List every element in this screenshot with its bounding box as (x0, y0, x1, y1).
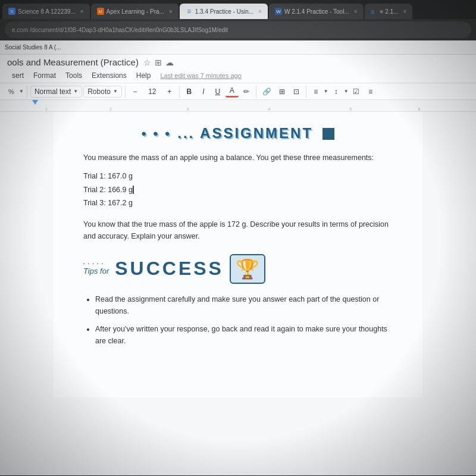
ruler: 1 2 3 4 5 6 (0, 100, 476, 112)
paragraph-1: You measure the mass of an apple using a… (83, 152, 393, 164)
text-cursor (133, 186, 134, 194)
list-button[interactable]: ≡ (364, 86, 377, 97)
tab-word[interactable]: W W 2.1.4 Practice - Tool... × (269, 4, 364, 19)
underline-button[interactable]: U (211, 86, 224, 97)
browser-chrome: S Science 8 A 122239... × M Apex Learnin… (0, 0, 476, 55)
menu-tools[interactable]: Tools (61, 70, 87, 82)
last-edit-text: Last edit was 7 minutes ago (160, 72, 241, 79)
tab-close-extra[interactable]: × (403, 8, 406, 15)
font-color-button[interactable]: A (226, 85, 239, 98)
divider-1 (27, 86, 27, 98)
font-size-increase[interactable]: + (163, 86, 176, 97)
tab-favicon-extra: ≡ (371, 8, 378, 15)
align-arrow-icon: ▼ (324, 89, 328, 94)
ruler-marker-3: 4 (268, 107, 270, 111)
success-banner: Tips for SUCCESS 🏆 (83, 254, 393, 284)
bookmark-bar: Social Studies 8 A (... (0, 40, 476, 55)
tab-apex[interactable]: M Apex Learning - Pra... × (91, 4, 178, 19)
checklist-button[interactable]: ☑ (350, 86, 363, 97)
divider-5 (306, 86, 306, 98)
tab-science[interactable]: S Science 8 A 122239... × (2, 4, 90, 19)
bold-button[interactable]: B (183, 86, 196, 97)
tab-label-science: Science 8 A 122239... (18, 8, 76, 15)
assignment-icon (322, 128, 334, 140)
trophy-icon: 🏆 (230, 254, 265, 284)
image-button[interactable]: ⊞ (275, 86, 289, 97)
font-size-display[interactable]: 12 (143, 87, 162, 96)
formatting-bar: % ▼ Normal text ▼ Roboto ▼ − 12 + B I U … (0, 83, 476, 100)
assignment-header: • • • ... ASSIGNMENT (83, 124, 393, 142)
insert-button[interactable]: ⊡ (290, 86, 303, 97)
ruler-marker-0: 1 (45, 107, 48, 111)
ruler-marker-5: 6 (418, 107, 420, 111)
highlight-button[interactable]: ✏ (240, 86, 253, 97)
ruler-marker-1: 2 (109, 107, 112, 111)
bookmark-item[interactable]: Social Studies 8 A (... (5, 44, 61, 51)
trial-2: Trial 2: 166.9 g (83, 183, 393, 197)
divider-2 (125, 86, 126, 98)
font-size-decrease[interactable]: − (129, 86, 142, 97)
tip-1: Read the assignment carefully and make s… (95, 293, 393, 317)
page-content[interactable]: • • • ... ASSIGNMENT You measure the mas… (54, 112, 422, 397)
paragraph-2: You know that the true mass of the apple… (83, 218, 393, 242)
ruler-inner: 1 2 3 4 5 6 (24, 100, 452, 111)
tab-label-apex: Apex Learning - Pra... (107, 8, 164, 15)
menu-format[interactable]: Format (29, 70, 61, 82)
style-arrow-icon: ▼ (73, 89, 78, 94)
tab-label-extra: ≡ 2.1... (380, 8, 399, 15)
divider-4 (256, 86, 256, 98)
trial-1: Trial 1: 167.0 g (83, 170, 393, 183)
menu-bar: sert Format Tools Extensions Help Last e… (0, 68, 476, 83)
tab-close-word[interactable]: × (354, 8, 358, 15)
zoom-control[interactable]: % (5, 87, 18, 96)
ruler-indicator (32, 100, 38, 105)
trial-3: Trial 3: 167.2 g (83, 196, 393, 210)
address-text: e.com /document/d/1f0B-4Dap3-dH0a1hasCK/… (12, 27, 464, 33)
font-dropdown[interactable]: Roboto ▼ (83, 86, 122, 98)
assignment-title: • • • ... ASSIGNMENT (142, 124, 335, 142)
font-arrow-icon: ▼ (113, 89, 118, 94)
zoom-arrow-icon: ▼ (19, 89, 24, 94)
tab-favicon-word: W (275, 8, 282, 15)
tab-bar: S Science 8 A 122239... × M Apex Learnin… (0, 0, 476, 19)
tab-close-apex[interactable]: × (169, 8, 173, 15)
address-bar[interactable]: e.com /document/d/1f0B-4Dap3-dH0a1hasCK/… (5, 21, 471, 38)
align-button[interactable]: ≡ (309, 86, 322, 97)
divider-3 (179, 86, 180, 98)
tab-favicon-apex: M (97, 8, 104, 15)
tab-practice-active[interactable]: ≡ 1.3.4 Practice - Usin... × (180, 4, 268, 19)
tips-list: Read the assignment carefully and make s… (83, 293, 393, 347)
font-label: Roboto (87, 87, 111, 96)
tab-label-practice: 1.3.4 Practice - Usin... (195, 8, 253, 15)
menu-insert[interactable]: sert (7, 70, 29, 82)
doc-title-icons: ☆ ⊞ ☁ (143, 58, 174, 67)
tab-favicon-practice: ≡ (186, 8, 193, 15)
line-spacing-button[interactable]: ↕ (330, 86, 343, 97)
doc-container: ools and Measurement (Practice) ☆ ⊞ ☁ se… (0, 55, 476, 475)
tab-favicon-science: S (8, 8, 15, 15)
spacing-arrow-icon: ▼ (344, 89, 349, 94)
success-text: SUCCESS (115, 258, 224, 280)
tab-close-practice[interactable]: × (258, 8, 262, 15)
doc-title: ools and Measurement (Practice) (7, 57, 139, 67)
tab-label-word: W 2.1.4 Practice - Tool... (284, 8, 349, 15)
cloud-icon[interactable]: ☁ (165, 58, 174, 67)
doc-title-bar: ools and Measurement (Practice) ☆ ⊞ ☁ (0, 55, 476, 68)
menu-help[interactable]: Help (131, 70, 156, 82)
doc-page: • • • ... ASSIGNMENT You measure the mas… (0, 112, 476, 397)
link-button[interactable]: 🔗 (259, 86, 274, 97)
doc-body[interactable]: You measure the mass of an apple using a… (83, 152, 393, 242)
italic-button[interactable]: I (197, 86, 210, 97)
star-icon[interactable]: ☆ (143, 58, 151, 67)
tips-for-text: Tips for (83, 262, 109, 275)
ruler-marker-4: 5 (349, 107, 352, 111)
tip-2: After you've written your response, go b… (95, 323, 393, 347)
folder-icon[interactable]: ⊞ (155, 58, 162, 67)
menu-extensions[interactable]: Extensions (87, 70, 131, 82)
tab-close-science[interactable]: × (80, 8, 84, 15)
ruler-marker-2: 3 (187, 107, 189, 111)
tab-extra[interactable]: ≡ ≡ 2.1... × (365, 4, 413, 19)
style-dropdown[interactable]: Normal text ▼ (30, 86, 82, 98)
trials-section: Trial 1: 167.0 g Trial 2: 166.9 g Trial … (83, 170, 393, 210)
style-label: Normal text (35, 87, 71, 96)
